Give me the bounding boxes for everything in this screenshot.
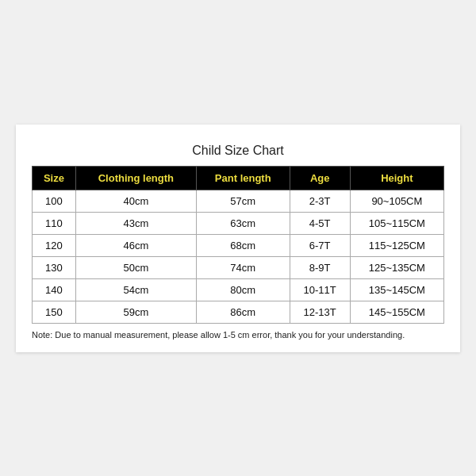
table-cell: 86cm: [196, 301, 290, 323]
table-cell: 68cm: [196, 234, 290, 256]
table-cell: 12-13T: [290, 301, 350, 323]
table-cell: 140: [33, 278, 76, 301]
table-header-cell: Height: [350, 166, 443, 190]
table-cell: 145~155CM: [350, 301, 443, 323]
size-chart-table: SizeClothing lengthPant lengthAgeHeight …: [32, 166, 444, 324]
table-cell: 63cm: [196, 212, 290, 234]
table-header-cell: Size: [33, 166, 76, 190]
table-row: 15059cm86cm12-13T145~155CM: [33, 301, 444, 323]
table-body: 10040cm57cm2-3T90~105CM11043cm63cm4-5T10…: [33, 190, 444, 323]
table-cell: 2-3T: [290, 190, 350, 212]
table-cell: 59cm: [75, 301, 196, 323]
table-cell: 74cm: [196, 256, 290, 278]
note-text: Note: Due to manual measurement, please …: [32, 330, 444, 340]
table-header-cell: Clothing length: [75, 166, 196, 190]
table-cell: 6-7T: [290, 234, 350, 256]
table-row: 14054cm80cm10-11T135~145CM: [33, 278, 444, 301]
table-cell: 54cm: [75, 278, 196, 301]
chart-title: Child Size Chart: [32, 144, 444, 158]
table-cell: 4-5T: [290, 212, 350, 234]
table-cell: 43cm: [75, 212, 196, 234]
table-row: 10040cm57cm2-3T90~105CM: [33, 190, 444, 212]
table-cell: 46cm: [75, 234, 196, 256]
table-cell: 57cm: [196, 190, 290, 212]
table-cell: 10-11T: [290, 278, 350, 301]
table-cell: 50cm: [75, 256, 196, 278]
table-cell: 8-9T: [290, 256, 350, 278]
table-cell: 130: [33, 256, 76, 278]
table-cell: 120: [33, 234, 76, 256]
table-cell: 40cm: [75, 190, 196, 212]
table-cell: 150: [33, 301, 76, 323]
table-cell: 135~145CM: [350, 278, 443, 301]
table-cell: 90~105CM: [350, 190, 443, 212]
table-cell: 110: [33, 212, 76, 234]
table-cell: 115~125CM: [350, 234, 443, 256]
table-cell: 125~135CM: [350, 256, 443, 278]
table-header-cell: Pant length: [196, 166, 290, 190]
table-header-cell: Age: [290, 166, 350, 190]
table-cell: 100: [33, 190, 76, 212]
table-cell: 105~115CM: [350, 212, 443, 234]
size-chart-card: Child Size Chart SizeClothing lengthPant…: [16, 125, 460, 352]
table-header-row: SizeClothing lengthPant lengthAgeHeight: [33, 166, 444, 190]
table-row: 12046cm68cm6-7T115~125CM: [33, 234, 444, 256]
table-cell: 80cm: [196, 278, 290, 301]
table-row: 11043cm63cm4-5T105~115CM: [33, 212, 444, 234]
table-row: 13050cm74cm8-9T125~135CM: [33, 256, 444, 278]
